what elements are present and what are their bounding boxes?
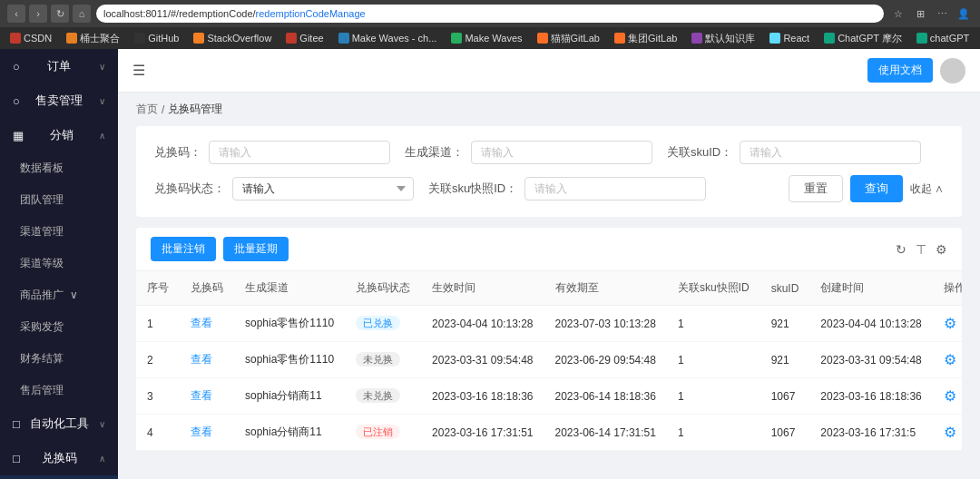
sku-snapshot-input[interactable] [524, 177, 706, 200]
filter-row-2: 兑换码状态： 请输入 关联sku快照ID： 重置 查询 收起 ∧ [154, 175, 944, 202]
action-gear-icon[interactable]: ⚙ [944, 425, 956, 440]
col-status: 兑换码状态 [345, 271, 421, 306]
table-area: 批量注销 批量延期 ↻ ⊤ ⚙ 序号 兑换码 生成 [136, 228, 962, 451]
address-bar[interactable]: localhost:8011/#/redemptionCode/redempti… [96, 5, 884, 23]
bookmark-makewaves1[interactable]: Make Waves - ch... [334, 31, 442, 45]
settings-icon[interactable]: ⚙ [936, 242, 947, 257]
cell-sku-snapshot: 1 [667, 415, 760, 451]
content-area: 兑换码： 生成渠道： 关联skuID： 兑换码状态： [118, 126, 980, 479]
cell-created: 2023-03-31 09:54:48 [809, 342, 932, 378]
main-content: ☰ 使用文档 首页 / 兑换码管理 兑换码： [118, 49, 980, 479]
sku-id-input[interactable] [740, 141, 921, 164]
distribution-icon: ▦ [13, 129, 24, 142]
cell-status: 未兑换 [345, 378, 421, 415]
cell-created: 2023-03-16 18:18:36 [809, 378, 932, 415]
cell-effective: 2023-03-16 18:18:36 [421, 378, 544, 415]
cell-expire: 2023-07-03 10:13:28 [544, 306, 667, 342]
cell-channel: sophia零售价1110 [234, 342, 345, 378]
cell-seq: 2 [136, 342, 180, 378]
bookmark-icon[interactable]: ⊞ [911, 5, 929, 23]
cell-seq: 4 [136, 415, 180, 451]
sidebar-item-distribution[interactable]: ▦ 分销 ∧ [0, 118, 118, 152]
col-sku-snapshot: 关联sku快照ID [667, 271, 760, 306]
sidebar-orders-label: 订单 [47, 58, 71, 74]
batch-delay-button[interactable]: 批量延期 [223, 237, 289, 261]
sidebar-item-purchase[interactable]: 采购发货 [0, 311, 118, 343]
col-channel: 生成渠道 [234, 271, 345, 306]
collapse-button[interactable]: 收起 ∧ [910, 175, 944, 202]
star-icon[interactable]: ☆ [889, 5, 907, 23]
cell-action: ⚙ [933, 378, 962, 415]
cell-code: 查看 [180, 378, 234, 415]
bookmark-makewaves2[interactable]: Make Waves [446, 31, 526, 45]
so-icon [193, 33, 204, 44]
bookmark-react[interactable]: React [765, 31, 814, 45]
code-input[interactable] [209, 141, 390, 164]
bookmark-gitee[interactable]: Gitee [281, 31, 328, 45]
status-badge: 未兑换 [356, 388, 400, 403]
query-button[interactable]: 查询 [850, 175, 903, 202]
table-row: 3 查看 sophia分销商11 未兑换 2023-03-16 18:18:36… [136, 378, 962, 415]
channel-input[interactable] [471, 141, 652, 164]
bookmark-github[interactable]: GitHub [130, 31, 183, 45]
bookmark-knowledge[interactable]: 默认知识库 [687, 30, 760, 47]
cell-code: 查看 [180, 415, 234, 451]
code-link[interactable]: 查看 [191, 353, 212, 366]
sidebar-item-product-promo[interactable]: 商品推广 ∨ [0, 279, 118, 311]
sidebar-item-channel-level[interactable]: 渠道等级 [0, 248, 118, 279]
bookmark-catgitlab[interactable]: 猫猫GitLab [533, 30, 604, 47]
sidebar-item-redemption[interactable]: □ 兑换码 ∧ [0, 441, 118, 475]
column-settings-icon[interactable]: ⊤ [916, 242, 926, 257]
more-icon[interactable]: ⋯ [933, 5, 951, 23]
breadcrumb-home[interactable]: 首页 [136, 102, 158, 117]
back-btn[interactable]: ‹ [7, 5, 25, 23]
cell-sku-id: 921 [760, 306, 810, 342]
batch-cancel-button[interactable]: 批量注销 [151, 237, 216, 261]
sidebar-item-channel[interactable]: 渠道管理 [0, 216, 118, 248]
distribution-arrow: ∧ [99, 131, 105, 141]
cell-sku-id: 1067 [760, 378, 810, 415]
status-select[interactable]: 请输入 [232, 177, 414, 200]
sidebar-item-dashboard[interactable]: 数据看板 [0, 152, 118, 184]
knowledge-icon [691, 33, 702, 44]
cell-status: 已兑换 [345, 306, 421, 342]
forward-btn[interactable]: › [29, 5, 47, 23]
bookmark-chatgpt[interactable]: chatGPT [912, 31, 974, 45]
sidebar-item-finance[interactable]: 财务结算 [0, 343, 118, 375]
sidebar-item-team[interactable]: 团队管理 [0, 184, 118, 216]
col-seq: 序号 [136, 271, 180, 306]
user-avatar[interactable] [940, 58, 965, 83]
account-icon[interactable]: 👤 [955, 5, 973, 23]
table-toolbar: 批量注销 批量延期 ↻ ⊤ ⚙ [136, 228, 962, 271]
action-gear-icon[interactable]: ⚙ [944, 388, 956, 404]
home-btn[interactable]: ⌂ [73, 5, 91, 23]
reset-button[interactable]: 重置 [789, 175, 843, 202]
csdn-icon [10, 33, 21, 44]
use-docs-button[interactable]: 使用文档 [867, 58, 933, 83]
bookmark-csdn[interactable]: CSDN [5, 31, 56, 45]
code-link[interactable]: 查看 [191, 389, 212, 402]
bookmark-tong[interactable]: 桶士聚合 [62, 30, 124, 47]
cell-action: ⚙ [933, 415, 962, 451]
status-label: 兑换码状态： [154, 181, 225, 197]
hamburger-icon[interactable]: ☰ [132, 62, 145, 79]
refresh-btn[interactable]: ↻ [51, 5, 69, 23]
bookmark-groupgitlab[interactable]: 集团GitLab [610, 30, 681, 47]
action-gear-icon[interactable]: ⚙ [944, 316, 956, 331]
refresh-table-icon[interactable]: ↻ [896, 242, 906, 257]
bookmark-chatgpt-moore[interactable]: ChatGPT 摩尔 [819, 30, 906, 47]
top-bar: ☰ 使用文档 [118, 49, 980, 93]
sidebar-item-orders[interactable]: ○ 订单 ∨ [0, 49, 118, 83]
sidebar-item-sales[interactable]: ○ 售卖管理 ∨ [0, 83, 118, 118]
action-gear-icon[interactable]: ⚙ [944, 352, 956, 367]
code-link[interactable]: 查看 [191, 425, 212, 438]
sidebar-item-redemption-manage[interactable]: 兑换码管理 [0, 475, 118, 479]
col-expire: 有效期至 [544, 271, 667, 306]
mw1-icon [338, 33, 349, 44]
code-link[interactable]: 查看 [191, 317, 212, 329]
sidebar-item-automation[interactable]: □ 自动化工具 ∨ [0, 406, 118, 441]
sidebar-item-after-sales[interactable]: 售后管理 [0, 375, 118, 406]
bookmark-stackoverflow[interactable]: StackOverflow [189, 31, 276, 45]
bookmarks-bar: CSDN 桶士聚合 GitHub StackOverflow Gitee Mak… [0, 27, 980, 49]
col-action: 操作 [933, 271, 962, 306]
